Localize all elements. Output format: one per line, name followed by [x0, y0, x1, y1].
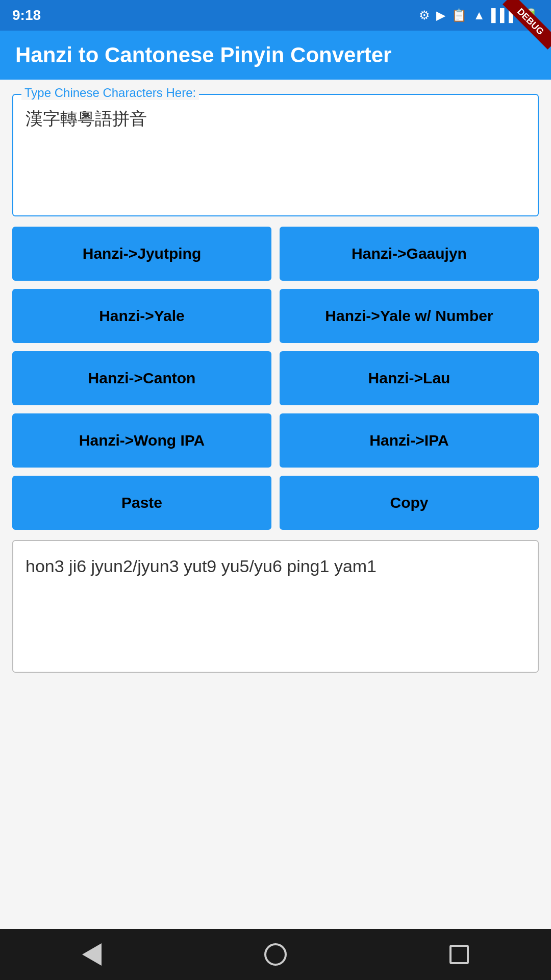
hanzi-wong-ipa-button[interactable]: Hanzi->Wong IPA [12, 413, 271, 468]
hanzi-yale-button[interactable]: Hanzi->Yale [12, 289, 271, 343]
recent-button[interactable] [440, 935, 479, 974]
back-button[interactable] [72, 935, 111, 974]
hanzi-lau-button[interactable]: Hanzi->Lau [280, 351, 539, 405]
settings-icon: ⚙ [419, 8, 430, 22]
status-time: 9:18 [12, 7, 41, 23]
bottom-nav [0, 929, 551, 980]
hanzi-gaaujyn-button[interactable]: Hanzi->Gaaujyn [280, 227, 539, 281]
home-button[interactable] [256, 935, 295, 974]
input-container: Type Chinese Characters Here: 漢字轉粵語拼音 [12, 94, 539, 216]
wifi-icon: ▲ [473, 8, 485, 22]
app-bar: Hanzi to Cantonese Pinyin Converter [0, 31, 551, 80]
app-title: Hanzi to Cantonese Pinyin Converter [15, 43, 536, 67]
back-icon [81, 943, 103, 966]
output-container: hon3 ji6 jyun2/jyun3 yut9 yu5/yu6 ping1 … [12, 540, 539, 673]
recent-icon [448, 943, 470, 966]
button-grid: Hanzi->Jyutping Hanzi->Gaaujyn Hanzi->Ya… [12, 227, 539, 530]
chinese-input[interactable]: 漢字轉粵語拼音 [13, 95, 538, 212]
main-content: Type Chinese Characters Here: 漢字轉粵語拼音 Ha… [0, 80, 551, 929]
status-bar: 9:18 ⚙ ▶ 📋 ▲ ▌▌▌ 🔋 [0, 0, 551, 31]
hanzi-yale-number-button[interactable]: Hanzi->Yale w/ Number [280, 289, 539, 343]
signal-icon: ▌▌▌ [491, 8, 517, 22]
hanzi-ipa-button[interactable]: Hanzi->IPA [280, 413, 539, 468]
play-icon: ▶ [436, 8, 445, 22]
clipboard-icon: 📋 [452, 8, 467, 22]
hanzi-canton-button[interactable]: Hanzi->Canton [12, 351, 271, 405]
status-icons: ⚙ ▶ 📋 ▲ ▌▌▌ 🔋 [419, 8, 539, 22]
copy-button[interactable]: Copy [280, 476, 539, 530]
battery-icon: 🔋 [523, 8, 539, 22]
output-text: hon3 ji6 jyun2/jyun3 yut9 yu5/yu6 ping1 … [26, 553, 525, 579]
home-icon [264, 943, 287, 966]
paste-button[interactable]: Paste [12, 476, 271, 530]
input-label: Type Chinese Characters Here: [21, 86, 199, 100]
hanzi-jyutping-button[interactable]: Hanzi->Jyutping [12, 227, 271, 281]
